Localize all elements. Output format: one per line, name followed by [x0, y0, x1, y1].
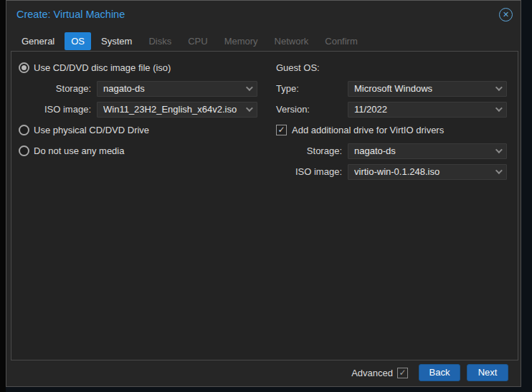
- storage-label: Storage:: [11, 83, 91, 94]
- type-combobox[interactable]: Microsoft Windows: [348, 81, 507, 97]
- radio-use-iso-label[interactable]: Use CD/DVD disc image file (iso): [34, 62, 171, 73]
- guest-os-column: Guest OS: Type: Microsoft Windows Versio…: [276, 57, 518, 182]
- guest-os-heading-row: Guest OS:: [276, 57, 508, 78]
- storage-value: nagato-ds: [103, 83, 242, 94]
- virtio-iso-label: ISO image:: [276, 166, 342, 177]
- tab-disks: Disks: [142, 32, 178, 50]
- create-vm-dialog: Create: Virtual Machine ✕ General OS Sys…: [6, 0, 521, 387]
- os-tab-panel: Use CD/DVD disc image file (iso) Storage…: [11, 51, 518, 360]
- close-icon[interactable]: ✕: [499, 8, 513, 21]
- tab-os[interactable]: OS: [65, 32, 91, 50]
- tab-system[interactable]: System: [95, 32, 138, 50]
- chevron-down-icon[interactable]: [246, 84, 253, 91]
- back-button[interactable]: Back: [419, 364, 460, 381]
- dialog-title: Create: Virtual Machine: [16, 9, 125, 20]
- storage-combobox[interactable]: nagato-ds: [97, 81, 257, 97]
- dialog-titlebar: Create: Virtual Machine ✕: [6, 1, 521, 29]
- advanced-checkbox[interactable]: ✓: [397, 368, 408, 378]
- next-button[interactable]: Next: [467, 364, 508, 381]
- storage-row: Storage: nagato-ds: [11, 78, 276, 99]
- version-label: Version:: [276, 104, 348, 115]
- dialog-footer: Advanced ✓ Back Next: [6, 359, 521, 386]
- virtio-iso-row: ISO image: virtio-win-0.1.248.iso: [276, 161, 508, 182]
- chevron-down-icon[interactable]: [495, 146, 503, 153]
- chevron-down-icon[interactable]: [246, 105, 253, 112]
- chevron-down-icon[interactable]: [495, 105, 503, 112]
- radio-row-no-media: Do not use any media: [11, 140, 276, 161]
- guest-os-heading: Guest OS:: [276, 62, 320, 73]
- radio-no-media-label[interactable]: Do not use any media: [34, 145, 124, 156]
- wizard-tabbar: General OS System Disks CPU Memory Netwo…: [6, 31, 521, 51]
- virtio-iso-value: virtio-win-0.1.248.iso: [354, 166, 491, 177]
- virtio-storage-value: nagato-ds: [354, 145, 491, 156]
- chevron-down-icon[interactable]: [495, 84, 503, 91]
- radio-row-iso: Use CD/DVD disc image file (iso): [11, 57, 276, 78]
- virtio-checkbox-row: ✓ Add additional drive for VirtIO driver…: [276, 120, 508, 140]
- radio-use-iso[interactable]: [19, 62, 29, 73]
- chevron-down-icon[interactable]: [495, 167, 503, 174]
- tab-cpu: CPU: [181, 32, 214, 50]
- version-combobox[interactable]: 11/2022: [348, 102, 507, 118]
- radio-use-physical-drive-label[interactable]: Use physical CD/DVD Drive: [34, 125, 149, 135]
- version-value: 11/2022: [354, 104, 491, 115]
- virtio-storage-row: Storage: nagato-ds: [276, 140, 508, 161]
- iso-image-combobox[interactable]: Win11_23H2_English_x64v2.iso: [97, 102, 257, 118]
- iso-image-row: ISO image: Win11_23H2_English_x64v2.iso: [11, 99, 276, 120]
- radio-dot: [22, 65, 27, 70]
- iso-image-label: ISO image:: [11, 104, 91, 115]
- tab-memory: Memory: [218, 32, 265, 50]
- radio-row-physical: Use physical CD/DVD Drive: [11, 120, 276, 140]
- media-column: Use CD/DVD disc image file (iso) Storage…: [11, 57, 276, 161]
- tab-network: Network: [268, 32, 315, 50]
- guest-os-type-row: Type: Microsoft Windows: [276, 78, 508, 99]
- tab-confirm: Confirm: [318, 32, 364, 50]
- radio-no-media[interactable]: [19, 145, 29, 156]
- virtio-storage-label: Storage:: [276, 145, 342, 156]
- radio-use-physical-drive[interactable]: [19, 125, 29, 135]
- type-value: Microsoft Windows: [354, 83, 491, 94]
- tab-general[interactable]: General: [15, 32, 61, 50]
- virtio-checkbox[interactable]: ✓: [276, 125, 287, 135]
- iso-image-value: Win11_23H2_English_x64v2.iso: [103, 104, 242, 115]
- page-background-strip: [0, 0, 6, 392]
- virtio-storage-combobox[interactable]: nagato-ds: [348, 143, 507, 159]
- advanced-label[interactable]: Advanced: [351, 368, 393, 378]
- guest-os-version-row: Version: 11/2022: [276, 99, 508, 120]
- type-label: Type:: [276, 83, 348, 94]
- virtio-checkbox-label[interactable]: Add additional drive for VirtIO drivers: [292, 125, 444, 135]
- virtio-iso-combobox[interactable]: virtio-win-0.1.248.iso: [348, 164, 507, 180]
